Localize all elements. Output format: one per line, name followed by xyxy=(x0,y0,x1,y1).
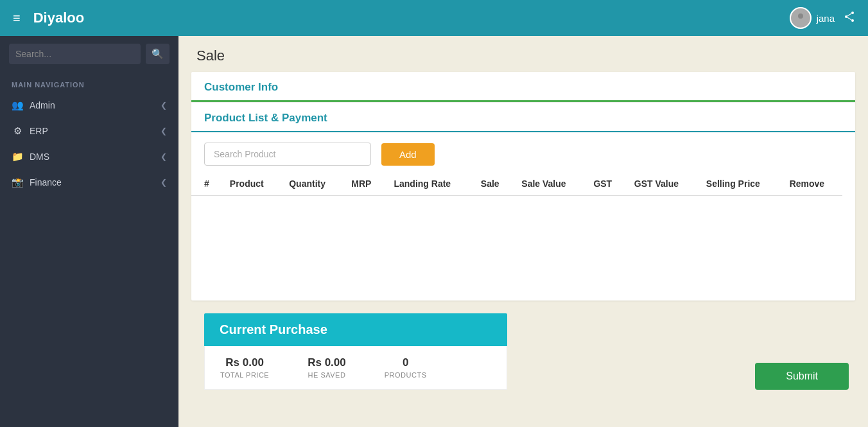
stat-products: 0 PRODUCTS xyxy=(385,356,427,379)
he-saved-label: HE SAVED xyxy=(308,371,346,379)
svg-point-1 xyxy=(851,12,854,14)
erp-icon: ⚙ xyxy=(12,125,23,137)
purchase-summary: Rs 0.00 TOTAL PRICE Rs 0.00 HE SAVED 0 P… xyxy=(204,346,507,390)
sidebar-item-admin[interactable]: 👥 Admin ❮ xyxy=(0,92,178,118)
table-header-row: # Product Quantity MRP Landing Rate Sale… xyxy=(191,172,842,196)
avatar xyxy=(790,7,812,29)
current-purchase-bar: Current Purchase xyxy=(204,313,507,346)
submit-button[interactable]: Submit xyxy=(755,363,849,390)
product-list-title: Product List & Payment xyxy=(204,112,327,124)
product-table: # Product Quantity MRP Landing Rate Sale… xyxy=(191,172,842,196)
page-header: Sale xyxy=(178,36,868,72)
user-info: jana xyxy=(790,7,835,29)
product-controls: Add xyxy=(191,132,855,172)
svg-line-4 xyxy=(847,13,851,16)
add-button[interactable]: Add xyxy=(381,143,435,166)
col-selling-price: Selling Price xyxy=(699,172,782,196)
search-icon[interactable]: 🔍 xyxy=(146,44,169,64)
stat-he-saved: Rs 0.00 HE SAVED xyxy=(308,356,346,379)
admin-icon: 👥 xyxy=(12,100,23,111)
sidebar-item-finance[interactable]: 📸 Finance ❮ xyxy=(0,170,178,195)
col-sale-value: Sale Value xyxy=(514,172,586,196)
sidebar-item-erp-label: ERP xyxy=(30,126,48,136)
admin-arrow-icon: ❮ xyxy=(161,101,167,110)
col-gst: GST xyxy=(586,172,626,196)
navbar-right: jana xyxy=(790,7,855,29)
col-sale: Sale xyxy=(473,172,514,196)
product-table-wrap: # Product Quantity MRP Landing Rate Sale… xyxy=(191,172,855,301)
sidebar-item-dms-label: DMS xyxy=(30,152,49,162)
share-icon[interactable] xyxy=(844,11,855,26)
finance-icon: 📸 xyxy=(12,177,23,188)
col-quantity: Quantity xyxy=(281,172,343,196)
page-body: Customer Info Product List & Payment Add… xyxy=(191,72,855,301)
page-title: Sale xyxy=(196,48,225,64)
erp-arrow-icon: ❮ xyxy=(161,126,167,135)
svg-line-5 xyxy=(847,17,851,20)
main-content: Sale Customer Info Product List & Paymen… xyxy=(178,36,868,427)
finance-arrow-icon: ❮ xyxy=(161,178,167,187)
sidebar-item-admin-label: Admin xyxy=(30,100,55,110)
col-remove: Remove xyxy=(782,172,842,196)
hamburger-icon[interactable]: ≡ xyxy=(13,11,21,26)
total-price-value: Rs 0.00 xyxy=(225,356,264,369)
col-hash: # xyxy=(191,172,222,196)
search-input[interactable] xyxy=(9,44,141,64)
products-label: PRODUCTS xyxy=(385,371,427,379)
customer-info-title: Customer Info xyxy=(204,81,278,93)
customer-info-section: Customer Info xyxy=(191,72,855,102)
col-mrp: MRP xyxy=(343,172,386,196)
sidebar-item-erp[interactable]: ⚙ ERP ❮ xyxy=(0,118,178,144)
he-saved-value: Rs 0.00 xyxy=(308,356,346,369)
sidebar-item-dms[interactable]: 📁 DMS ❮ xyxy=(0,144,178,170)
svg-point-2 xyxy=(851,19,854,22)
svg-point-0 xyxy=(798,13,803,19)
user-name: jana xyxy=(817,13,835,24)
sidebar-item-finance-label: Finance xyxy=(30,177,62,187)
brand-name: Diyaloo xyxy=(33,10,84,26)
stat-total-price: Rs 0.00 TOTAL PRICE xyxy=(220,356,269,379)
navbar: ≡ Diyaloo jana xyxy=(0,0,868,36)
products-value: 0 xyxy=(403,356,408,369)
dms-icon: 📁 xyxy=(12,151,23,162)
dms-arrow-icon: ❮ xyxy=(161,152,167,161)
product-list-section: Product List & Payment xyxy=(191,102,855,132)
total-price-label: TOTAL PRICE xyxy=(220,371,269,379)
col-landing-rate: Landing Rate xyxy=(386,172,473,196)
sidebar: 🔍 MAIN NAVIGATION 👥 Admin ❮ ⚙ ERP ❮ 📁 DM… xyxy=(0,36,178,427)
col-product: Product xyxy=(222,172,281,196)
product-search-input[interactable] xyxy=(204,143,371,166)
svg-point-3 xyxy=(845,15,847,18)
col-gst-value: GST Value xyxy=(627,172,699,196)
section-label: MAIN NAVIGATION xyxy=(0,72,178,92)
sidebar-search-area: 🔍 xyxy=(0,36,178,72)
